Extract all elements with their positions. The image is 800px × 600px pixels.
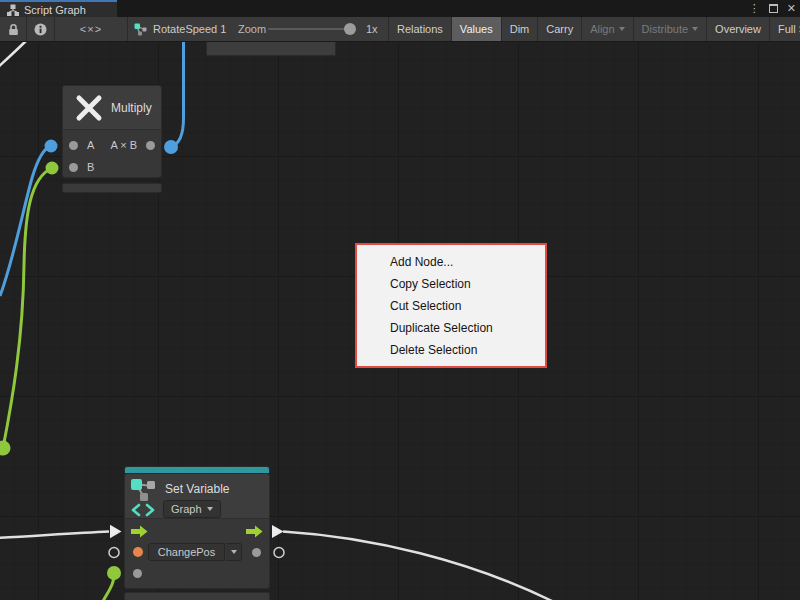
menu-item-duplicate-selection[interactable]: Duplicate Selection	[357, 317, 545, 339]
menu-item-cut-selection[interactable]: Cut Selection	[357, 295, 545, 317]
flow-out-port[interactable]	[246, 525, 263, 538]
variable-dropdown-button[interactable]	[226, 543, 242, 561]
zoom-slider-knob[interactable]	[344, 23, 356, 35]
multiply-node-footer	[62, 183, 162, 193]
value-output-port[interactable]	[252, 548, 261, 557]
multiply-icon	[75, 94, 103, 122]
multiply-node-header[interactable]: Multiply	[62, 85, 162, 130]
lock-button[interactable]	[0, 17, 27, 41]
script-graph-asset-icon	[134, 23, 148, 36]
scope-label: Graph	[171, 503, 202, 515]
graph-toolbar: <×> RotateSpeed 1 Zoom 1x Relations Valu…	[0, 17, 800, 42]
chevron-down-icon	[619, 27, 625, 31]
values-button[interactable]: Values	[451, 17, 501, 41]
extra-input-port[interactable]	[133, 569, 142, 578]
title-tab-bar: Script Graph ⋮ ✕	[0, 0, 800, 17]
flow-in-port[interactable]	[131, 525, 148, 538]
tab-script-graph[interactable]: Script Graph	[0, 0, 117, 17]
variable-scope-dropdown[interactable]: Graph	[163, 500, 221, 518]
set-variable-icon	[130, 477, 160, 517]
zoom-slider[interactable]	[268, 28, 354, 30]
code-preview-button[interactable]: <×>	[55, 17, 128, 41]
menu-item-delete-selection[interactable]: Delete Selection	[357, 339, 545, 361]
close-icon[interactable]: ✕	[787, 3, 796, 14]
graph-icon	[6, 3, 20, 17]
context-menu: Add Node... Copy Selection Cut Selection…	[355, 243, 547, 368]
zoom-value: 1x	[366, 17, 378, 41]
node-title: Set Variable	[165, 482, 229, 496]
lock-icon	[8, 23, 19, 36]
info-icon	[34, 23, 47, 36]
set-variable-header[interactable]: Set Variable Graph	[124, 473, 270, 519]
multiply-node-body: A A × B B	[62, 130, 162, 178]
dim-button[interactable]: Dim	[501, 17, 538, 41]
align-button[interactable]: Align	[581, 17, 632, 41]
window-menu-icon[interactable]: ⋮	[749, 3, 760, 14]
overview-button[interactable]: Overview	[706, 17, 769, 41]
input-port-a[interactable]	[69, 141, 78, 150]
set-variable-footer	[124, 592, 270, 600]
chevron-down-icon	[231, 550, 237, 554]
zoom-label: Zoom	[238, 17, 266, 41]
set-variable-body: ChangePos	[124, 519, 270, 589]
chevron-down-icon	[207, 507, 213, 511]
port-label: B	[87, 161, 94, 173]
node-title: Multiply	[111, 101, 152, 115]
partial-node[interactable]	[206, 41, 336, 56]
port-label: A × B	[110, 139, 137, 151]
maximize-icon[interactable]	[769, 4, 778, 13]
breadcrumb-label: RotateSpeed 1	[153, 23, 226, 35]
set-variable-accent-bar	[124, 466, 270, 473]
carry-button[interactable]: Carry	[537, 17, 581, 41]
menu-item-add-node[interactable]: Add Node...	[357, 251, 545, 273]
value-input-port[interactable]	[133, 547, 143, 557]
info-button[interactable]	[27, 17, 55, 41]
chevron-down-icon	[692, 27, 698, 31]
tab-title: Script Graph	[24, 4, 86, 16]
relations-button[interactable]: Relations	[388, 17, 451, 41]
port-label: A	[87, 139, 94, 151]
menu-item-copy-selection[interactable]: Copy Selection	[357, 273, 545, 295]
full-screen-button[interactable]: Full Screen	[769, 17, 800, 41]
breadcrumb[interactable]: RotateSpeed 1	[134, 17, 226, 41]
node-multiply[interactable]: Multiply A A × B B	[62, 85, 162, 178]
output-port-result[interactable]	[146, 141, 155, 150]
variable-name-dropdown[interactable]: ChangePos	[148, 543, 225, 561]
distribute-button[interactable]: Distribute	[633, 17, 706, 41]
node-set-variable[interactable]: Set Variable Graph ChangePos	[124, 466, 270, 589]
variable-name: ChangePos	[158, 546, 216, 558]
input-port-b[interactable]	[69, 163, 78, 172]
script-graph-window: { "window": { "tab": { "title": "Script …	[0, 0, 800, 600]
